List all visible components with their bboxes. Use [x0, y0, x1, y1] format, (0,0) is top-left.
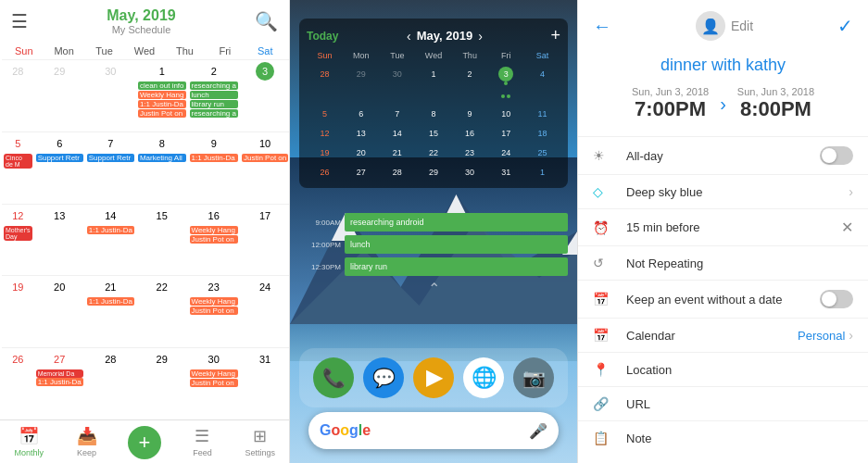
w-cell[interactable]: 30: [379, 63, 415, 103]
nav-feed[interactable]: ☰ Feed: [173, 426, 231, 461]
w-cell[interactable]: 20: [343, 142, 379, 161]
cal-cell-28-prev[interactable]: 28: [2, 59, 34, 131]
cal-cell-16[interactable]: 16 Weekly Hang Justin Pot on: [188, 204, 240, 276]
menu-icon[interactable]: ☰: [11, 10, 28, 32]
cal-cell-30[interactable]: 30 Weekly Hang Justin Pot on: [188, 347, 240, 419]
cal-cell-30-prev[interactable]: 30: [85, 59, 136, 131]
w-cell[interactable]: 12: [307, 122, 343, 142]
w-cell[interactable]: 31: [488, 161, 524, 181]
cal-cell-5[interactable]: 5 Cinco de M: [2, 131, 34, 204]
google-search-bar[interactable]: G o o g l e 🎤: [308, 412, 559, 449]
w-cell[interactable]: 21: [379, 142, 415, 161]
cal-cell-20[interactable]: 20: [34, 275, 85, 347]
calendar-row[interactable]: 📅 Calendar Personal ›: [578, 318, 868, 352]
w-cell[interactable]: 11: [524, 103, 560, 122]
search-icon[interactable]: 🔍: [255, 10, 278, 32]
w-cell[interactable]: 18: [524, 122, 560, 142]
cal-cell-26[interactable]: 26: [2, 347, 34, 419]
w-cell[interactable]: 4: [524, 63, 560, 103]
w-cell[interactable]: 29: [415, 161, 451, 181]
event-bar-2[interactable]: lunch: [345, 235, 568, 254]
cal-cell-15[interactable]: 15: [136, 204, 188, 276]
w-cell-today[interactable]: 3: [488, 63, 524, 103]
reminder-remove-button[interactable]: ✕: [841, 219, 853, 236]
repeat-row: ↺ Not Repeating: [578, 245, 868, 280]
mic-icon[interactable]: 🎤: [529, 422, 547, 440]
event-bar-3[interactable]: library run: [345, 257, 568, 276]
dock-chrome-icon[interactable]: 🌐: [463, 357, 504, 398]
nav-monthly[interactable]: 📅 Monthly: [0, 426, 57, 461]
w-cell[interactable]: 1: [415, 63, 451, 103]
w-cell[interactable]: 28: [379, 161, 415, 181]
nav-add[interactable]: +: [116, 426, 173, 461]
cal-cell-7[interactable]: 7 Support Retr: [85, 131, 136, 204]
w-cell[interactable]: 26: [307, 161, 343, 181]
cal-cell-29[interactable]: 29: [136, 347, 188, 419]
event-bar-1[interactable]: researching android: [345, 213, 568, 232]
cal-cell-24[interactable]: 24: [240, 275, 289, 347]
cal-cell-17[interactable]: 17: [240, 204, 289, 276]
nav-keep[interactable]: 📥 Keep: [57, 426, 115, 461]
w-cell[interactable]: 23: [452, 142, 488, 161]
widget-event-row-2: 12:00PM lunch: [299, 235, 568, 254]
w-cell[interactable]: 8: [415, 103, 451, 122]
add-fab[interactable]: +: [128, 426, 161, 459]
back-button[interactable]: ←: [593, 16, 611, 37]
cal-cell-12[interactable]: 12 Mother's Day: [2, 204, 34, 276]
cal-cell-2[interactable]: 2 researching a lunch library run resear…: [188, 59, 240, 131]
w-cell[interactable]: 7: [379, 103, 415, 122]
w-cell[interactable]: 14: [379, 122, 415, 142]
cal-cell-28[interactable]: 28: [85, 347, 136, 419]
w-cell[interactable]: 5: [307, 103, 343, 122]
w-cell[interactable]: 10: [488, 103, 524, 122]
w-cell[interactable]: 9: [452, 103, 488, 122]
widget-prev-arrow[interactable]: ‹: [407, 29, 411, 44]
cal-cell-23[interactable]: 23 Weekly Hang Justin Pot on: [188, 275, 240, 347]
cal-cell-27[interactable]: 27 Memorial Da 1:1 Justin-Da: [34, 347, 85, 419]
cal-cell-13[interactable]: 13: [34, 204, 85, 276]
cal-cell-8[interactable]: 8 Marketing All: [136, 131, 188, 204]
dock-plex-icon[interactable]: ▶: [413, 357, 454, 398]
w-cell[interactable]: 29: [343, 63, 379, 103]
dock-phone-icon[interactable]: 📞: [313, 357, 354, 398]
cal-cell-14[interactable]: 14 1:1 Justin-Da: [85, 204, 136, 276]
location-row[interactable]: 📍 Location: [578, 352, 868, 386]
cal-cell-21[interactable]: 21 1:1 Justin-Da: [85, 275, 136, 347]
dock-messages-icon[interactable]: 💬: [363, 357, 404, 398]
w-cell[interactable]: 1: [524, 161, 560, 181]
nav-settings[interactable]: ⊞ Settings: [232, 426, 289, 461]
keep-no-date-toggle[interactable]: [820, 290, 853, 308]
color-row[interactable]: ◇ Deep sky blue ›: [578, 174, 868, 208]
w-cell[interactable]: 27: [343, 161, 379, 181]
edit-button[interactable]: Edit: [731, 19, 753, 33]
cal-cell-1[interactable]: 1 clean out info Weekly Hang 1:1 Justin-…: [136, 59, 188, 131]
w-cell[interactable]: 6: [343, 103, 379, 122]
cal-cell-31[interactable]: 31: [240, 347, 289, 419]
w-cell[interactable]: 15: [415, 122, 451, 142]
cal-cell-19[interactable]: 19: [2, 275, 34, 347]
note-row[interactable]: 📋 Note: [578, 420, 868, 455]
url-row[interactable]: 🔗 URL: [578, 386, 868, 420]
w-cell[interactable]: 17: [488, 122, 524, 142]
w-cell[interactable]: 16: [452, 122, 488, 142]
w-cell[interactable]: 24: [488, 142, 524, 161]
w-cell[interactable]: 19: [307, 142, 343, 161]
w-cell[interactable]: 30: [452, 161, 488, 181]
w-cell[interactable]: 13: [343, 122, 379, 142]
w-cell[interactable]: 22: [415, 142, 451, 161]
w-cell[interactable]: 2: [452, 63, 488, 103]
widget-add-icon[interactable]: +: [550, 26, 560, 45]
cal-cell-3-today[interactable]: 3: [240, 59, 289, 131]
cal-cell-9[interactable]: 9 1:1 Justin-Da: [188, 131, 240, 204]
cal-cell-29-prev[interactable]: 29: [34, 59, 85, 131]
w-cell[interactable]: 28: [307, 63, 343, 103]
cal-cell-10[interactable]: 10 Justin Pot on: [240, 131, 289, 204]
w-cell[interactable]: 25: [524, 142, 560, 161]
confirm-button[interactable]: ✓: [837, 15, 853, 37]
cal-cell-6[interactable]: 6 Support Retr: [34, 131, 85, 204]
cal-cell-22[interactable]: 22: [136, 275, 188, 347]
widget-next-arrow[interactable]: ›: [478, 29, 483, 44]
nav-settings-label: Settings: [245, 448, 276, 457]
all-day-toggle[interactable]: [820, 146, 853, 165]
dock-camera-icon[interactable]: 📷: [513, 357, 554, 398]
